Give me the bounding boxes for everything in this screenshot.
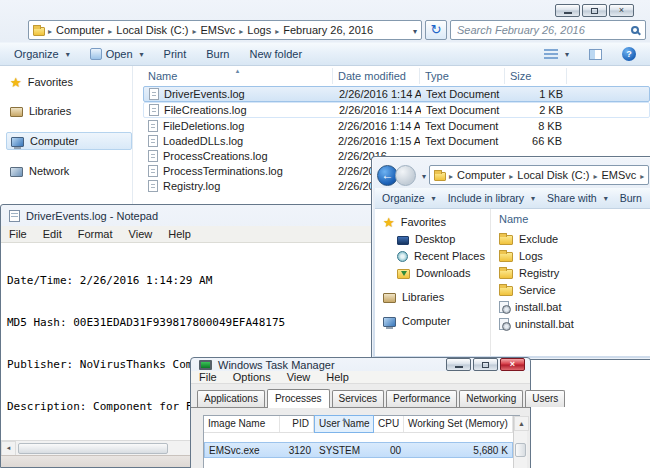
minimize-button[interactable] — [446, 358, 471, 371]
burn-button[interactable]: Burn — [198, 46, 237, 62]
organize-button[interactable]: Organize — [377, 190, 441, 206]
breadcrumb-date-folder[interactable]: February 26, 2016 — [282, 24, 374, 36]
menu-view[interactable]: View — [279, 371, 319, 383]
file-row-filecreations[interactable]: FileCreations.log 2/26/2016 1:14 AM Text… — [143, 102, 650, 118]
text-file-icon — [148, 165, 158, 177]
vertical-scrollbar[interactable]: ▲ — [513, 416, 527, 468]
folder-icon — [499, 286, 513, 296]
include-in-library-button[interactable]: Include in library — [443, 190, 540, 206]
breadcrumb-emsvc[interactable]: EMSvc — [199, 24, 236, 36]
forward-button[interactable] — [395, 165, 416, 186]
breadcrumb-local-disk[interactable]: Local Disk (C:) — [516, 169, 590, 181]
file-row-filedeletions[interactable]: FileDeletions.log 2/26/2016 1:14 AM Text… — [143, 118, 650, 133]
tab-processes[interactable]: Processes — [267, 389, 330, 408]
close-button[interactable]: × — [500, 358, 525, 371]
tab-services[interactable]: Services — [332, 390, 384, 407]
column-header-name[interactable]: Name — [499, 213, 650, 225]
scrollbar-thumb[interactable] — [18, 443, 168, 454]
menu-options[interactable]: Options — [225, 371, 279, 383]
preview-pane-button[interactable] — [581, 47, 610, 62]
folder-icon — [499, 269, 513, 279]
maximize-button[interactable] — [473, 358, 498, 371]
folder-row-logs[interactable]: Logs — [499, 249, 650, 262]
scroll-up-icon[interactable]: ▲ — [514, 416, 529, 431]
menu-help[interactable]: Help — [160, 228, 199, 240]
favorites-star-icon: ★ — [383, 217, 395, 228]
breadcrumb-separator-icon — [446, 169, 456, 181]
close-button[interactable]: × — [609, 4, 634, 17]
column-header-size[interactable]: Size — [505, 68, 567, 84]
scroll-left-icon[interactable]: ◂ — [1, 441, 16, 456]
menu-edit[interactable]: Edit — [35, 228, 70, 240]
process-row-emsvc[interactable]: EMSvc.exe 3120 SYSTEM 00 5,680 K — [204, 442, 513, 458]
minimize-button[interactable] — [555, 4, 580, 17]
column-header-pid[interactable]: PID — [280, 416, 314, 432]
sidebar-item-desktop[interactable]: Desktop — [395, 232, 490, 246]
file-row-driverevents[interactable]: DriverEvents.log 2/26/2016 1:14 AM Text … — [143, 86, 650, 102]
organize-button[interactable]: Organize — [6, 46, 78, 62]
task-manager-titlebar[interactable]: Windows Task Manager × — [191, 358, 530, 371]
print-button[interactable]: Print — [156, 46, 195, 62]
breadcrumb-local-disk[interactable]: Local Disk (C:) — [115, 24, 189, 36]
menu-format[interactable]: Format — [70, 228, 121, 240]
sidebar-item-favorites[interactable]: ★ Favorites — [381, 215, 490, 229]
column-header-working-set[interactable]: Working Set (Memory) — [404, 416, 513, 432]
breadcrumb-separator-icon — [105, 24, 115, 36]
column-header-date-modified[interactable]: Date modified — [333, 68, 420, 84]
folder-row-registry[interactable]: Registry — [499, 266, 650, 279]
open-button[interactable]: Open — [82, 46, 152, 62]
address-dropdown-icon[interactable] — [410, 24, 417, 36]
sidebar-item-downloads[interactable]: Downloads — [395, 266, 490, 280]
file-row-loadeddlls[interactable]: LoadedDLLs.log 2/26/2016 1:15 AM Text Do… — [143, 133, 650, 148]
column-header-type[interactable]: Type — [420, 68, 505, 84]
maximize-button[interactable] — [582, 4, 607, 17]
breadcrumb-computer[interactable]: Computer — [456, 169, 506, 181]
file-row-uninstall-bat[interactable]: uninstall.bat — [499, 317, 650, 330]
menu-help[interactable]: Help — [318, 371, 357, 383]
breadcrumb-computer[interactable]: Computer — [55, 24, 105, 36]
folder-row-service[interactable]: Service — [499, 283, 650, 296]
sidebar-item-computer[interactable]: Computer — [6, 132, 132, 150]
new-folder-button[interactable]: New folder — [241, 46, 310, 62]
sidebar-item-recent-places[interactable]: Recent Places — [395, 249, 490, 263]
tab-users[interactable]: Users — [525, 390, 565, 407]
sidebar-item-libraries[interactable]: Libraries — [381, 290, 490, 304]
sidebar-item-network[interactable]: Network — [6, 163, 132, 179]
preview-pane-icon — [589, 49, 602, 60]
file-row-install-bat[interactable]: install.bat — [499, 300, 650, 313]
tab-networking[interactable]: Networking — [459, 390, 523, 407]
help-button[interactable]: ? — [614, 45, 644, 63]
folder-row-exclude[interactable]: Exclude — [499, 232, 650, 245]
breadcrumb-logs[interactable]: Logs — [246, 24, 272, 36]
breadcrumb-emsvc[interactable]: EMSvc — [600, 169, 637, 181]
computer-icon — [11, 137, 24, 147]
column-header-image-name[interactable]: Image Name — [204, 416, 280, 432]
menu-view[interactable]: View — [121, 228, 161, 240]
burn-button[interactable]: Burn — [615, 190, 647, 206]
column-header-name[interactable]: ▴ Name — [143, 68, 333, 84]
address-bar[interactable]: Computer Local Disk (C:) EMSvc — [429, 165, 649, 185]
folder-icon — [33, 27, 45, 36]
menu-file[interactable]: File — [191, 371, 225, 383]
network-icon — [10, 167, 23, 177]
scrollbar-thumb[interactable] — [515, 443, 526, 457]
batch-file-icon — [499, 318, 509, 330]
notepad-titlebar[interactable]: DriverEvents.log - Notepad — [1, 205, 393, 226]
sidebar-item-computer[interactable]: Computer — [381, 314, 490, 328]
text-file-icon — [149, 88, 159, 100]
refresh-button[interactable]: ↻ — [425, 20, 447, 40]
views-button[interactable] — [536, 47, 577, 61]
tab-performance[interactable]: Performance — [386, 390, 457, 407]
tab-applications[interactable]: Applications — [197, 390, 265, 407]
sidebar-item-libraries[interactable]: Libraries — [6, 103, 132, 119]
history-dropdown-icon[interactable] — [419, 169, 426, 181]
column-header-user-name[interactable]: ▴ User Name — [314, 415, 374, 433]
column-header-cpu[interactable]: CPU — [374, 416, 404, 432]
menu-file[interactable]: File — [1, 228, 35, 240]
sort-ascending-icon: ▴ — [342, 415, 346, 422]
share-with-button[interactable]: Share with — [542, 190, 613, 206]
search-input[interactable] — [457, 24, 627, 36]
sidebar-item-favorites[interactable]: ★ Favorites — [6, 74, 132, 90]
libraries-icon — [383, 293, 396, 303]
address-bar[interactable]: Computer Local Disk (C:) EMSvc Logs Febr… — [28, 20, 422, 40]
